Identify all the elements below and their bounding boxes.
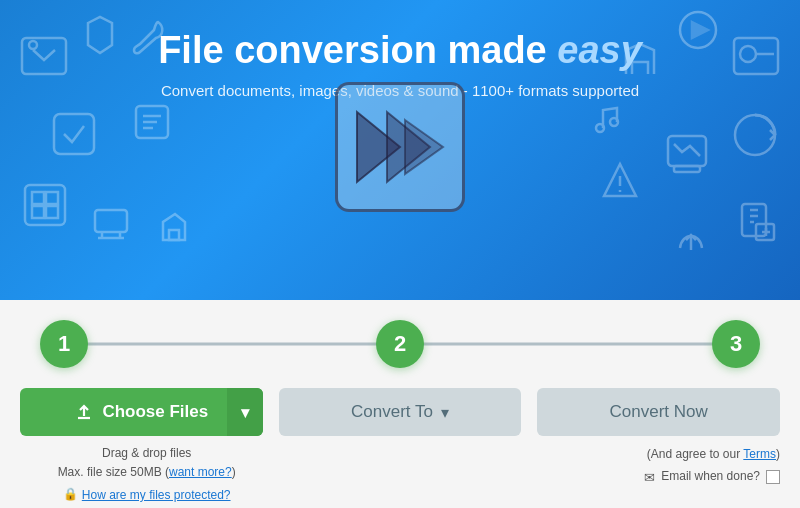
lock-icon: 🔒 xyxy=(63,487,78,501)
svg-point-15 xyxy=(735,115,775,155)
svg-marker-14 xyxy=(692,22,708,38)
convert-to-label: Convert To xyxy=(351,402,433,422)
app-logo xyxy=(335,82,465,212)
svg-rect-11 xyxy=(734,38,778,74)
svg-rect-10 xyxy=(169,230,179,240)
bottom-info: Drag & drop files Max. file size 50MB (w… xyxy=(20,444,780,502)
svg-rect-6 xyxy=(46,192,58,204)
want-more-link[interactable]: want more? xyxy=(169,465,232,479)
terms-link[interactable]: Terms xyxy=(743,447,776,461)
convert-now-label: Convert Now xyxy=(610,402,708,422)
svg-rect-19 xyxy=(756,224,774,240)
hero-section: File conversion made easy Convert docume… xyxy=(0,0,800,300)
hero-title: File conversion made easy xyxy=(158,28,642,74)
chevron-down-icon: ▾ xyxy=(241,403,249,422)
svg-marker-24 xyxy=(405,120,443,174)
file-protection-link[interactable]: How are my files protected? xyxy=(82,488,231,502)
actions-row: Choose Files ▾ Convert To ▾ Convert Now xyxy=(20,388,780,436)
svg-rect-9 xyxy=(95,210,127,232)
step-2-circle: 2 xyxy=(376,320,424,368)
svg-point-20 xyxy=(596,124,604,132)
svg-point-12 xyxy=(740,46,756,62)
svg-rect-2 xyxy=(54,114,94,154)
terms-suffix: ) xyxy=(776,447,780,461)
svg-rect-3 xyxy=(136,106,168,138)
email-label: Email when done? xyxy=(661,466,760,488)
drag-drop-text: Drag & drop files Max. file size 50MB (w… xyxy=(20,444,273,482)
svg-rect-7 xyxy=(32,206,44,218)
email-row: ✉ Email when done? xyxy=(527,466,780,489)
convert-to-button[interactable]: Convert To ▾ xyxy=(279,388,522,436)
svg-rect-0 xyxy=(22,38,66,74)
choose-files-label: Choose Files xyxy=(102,402,208,422)
step-1-circle: 1 xyxy=(40,320,88,368)
upload-icon xyxy=(74,402,94,422)
steps-bar: 1 2 3 xyxy=(40,320,760,368)
svg-point-1 xyxy=(29,41,37,49)
convert-to-dropdown-icon: ▾ xyxy=(441,403,449,422)
svg-rect-5 xyxy=(32,192,44,204)
choose-files-button[interactable]: Choose Files ▾ xyxy=(20,388,263,436)
svg-rect-4 xyxy=(25,185,65,225)
file-info-section: Drag & drop files Max. file size 50MB (w… xyxy=(20,444,273,502)
terms-text: (And agree to our Terms) xyxy=(527,444,780,466)
hero-title-main: File conversion made xyxy=(158,29,557,71)
terms-prefix: (And agree to our xyxy=(647,447,744,461)
svg-rect-18 xyxy=(742,204,766,236)
right-info-section: (And agree to our Terms) ✉ Email when do… xyxy=(527,444,780,489)
hero-title-accent: easy xyxy=(557,29,642,71)
file-protection-row: 🔒 How are my files protected? xyxy=(20,486,273,502)
choose-files-dropdown[interactable]: ▾ xyxy=(227,388,263,436)
svg-rect-16 xyxy=(668,136,706,166)
email-checkbox[interactable] xyxy=(766,470,780,484)
svg-rect-17 xyxy=(674,166,700,172)
drag-drop-label: Drag & drop files xyxy=(102,446,191,460)
convert-now-button[interactable]: Convert Now xyxy=(537,388,780,436)
svg-rect-8 xyxy=(46,206,58,218)
step-3-circle: 3 xyxy=(712,320,760,368)
bottom-section: 1 2 3 Choose Files ▾ Convert To ▾ Conver… xyxy=(0,300,800,508)
email-icon: ✉ xyxy=(644,466,655,489)
max-size-text: Max. file size 50MB (want more?) xyxy=(58,465,236,479)
svg-point-13 xyxy=(680,12,716,48)
max-size-prefix: Max. file size 50MB ( xyxy=(58,465,169,479)
svg-point-21 xyxy=(610,118,618,126)
max-size-suffix: ) xyxy=(232,465,236,479)
